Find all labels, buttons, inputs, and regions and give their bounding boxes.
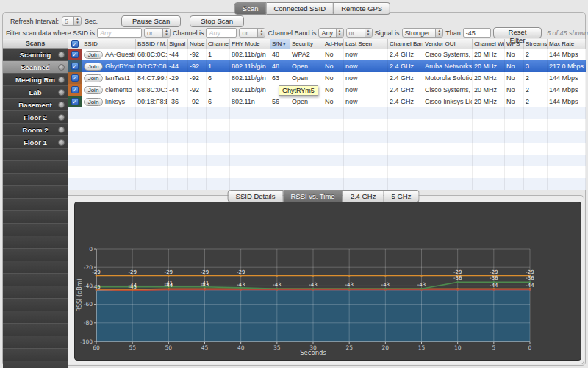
ssid-operator-select[interactable]: or▲▼ (144, 28, 171, 38)
svg-text:-43: -43 (381, 282, 390, 288)
operator-value: or (240, 29, 250, 37)
table-row-linksys[interactable]: ✓Joinlinksys00:18:F8:E...-36-926802.11n5… (68, 96, 586, 107)
column-header-channel[interactable]: Channel (207, 39, 230, 49)
sidebar-item-scanning[interactable]: Scanning (3, 49, 68, 61)
column-header-phy[interactable]: PHY Mode (230, 39, 270, 49)
sidebar-item-basement[interactable]: Basement (3, 99, 68, 111)
status-dot-icon[interactable] (58, 52, 65, 58)
column-header-ssid[interactable]: SSID (82, 39, 136, 49)
reset-filter-button[interactable]: Reset Filter (493, 27, 542, 38)
column-header-max_rate[interactable]: Max Rate (548, 39, 586, 49)
table-empty-row (68, 131, 586, 143)
cell-sel: ✓ (68, 96, 82, 107)
row-checkbox[interactable]: ✓ (71, 63, 79, 70)
ssid-label: linksys (105, 98, 125, 105)
sidebar-item-floor-1[interactable]: Floor 1 (3, 136, 68, 149)
stop-scan-button[interactable]: Stop Scan (190, 15, 244, 27)
table-row-clemento[interactable]: ✓Joinclemento68:8C:0C:0...-44-921802.11b… (68, 84, 586, 96)
join-button[interactable]: Join (84, 51, 103, 59)
sidebar-empty-row (3, 236, 68, 249)
cell-max_rate: 144 Mbps (548, 49, 586, 60)
sidebar-item-scanned[interactable]: Scanned (3, 61, 68, 74)
column-header-noise[interactable]: Noise (188, 39, 207, 49)
sidebar-item-floor-2[interactable]: Floor 2 (3, 111, 68, 124)
ssid-filter-input[interactable]: Any (97, 28, 142, 38)
column-header-band[interactable]: Channel Band (388, 39, 423, 49)
column-header-bssid[interactable]: BSSID / M... (136, 39, 168, 49)
join-button[interactable]: Join (84, 74, 103, 82)
tab-remote-gps[interactable]: Remote GPS (334, 2, 390, 15)
column-header-security[interactable]: Security (290, 39, 323, 49)
column-header-label: SSID (84, 40, 98, 47)
row-checkbox[interactable]: ✓ (71, 74, 79, 82)
cell-band: 2.4 GHz (388, 96, 423, 107)
cell-bssid: 68:8C:0C:0... (136, 49, 168, 60)
cell-last_seen: now (344, 49, 388, 60)
status-dot-icon[interactable] (58, 64, 65, 71)
cell-signal: -44 (168, 49, 188, 60)
tab-scan[interactable]: Scan (234, 2, 267, 15)
tab-rssi-vs-time[interactable]: RSSI vs. Time (283, 190, 343, 202)
cell-phy: 802.11b/g/n (230, 60, 270, 72)
stepper-icon: ▲▼ (257, 29, 265, 37)
cell-channel: 1 (207, 60, 230, 72)
sidebar-empty-row (3, 161, 68, 174)
column-header-label: Max Rate (549, 40, 574, 47)
signal-filter-select[interactable]: Stronger▲▼ (402, 28, 444, 38)
column-separator (523, 107, 524, 190)
signal-threshold-input[interactable]: -45 (463, 28, 491, 38)
tab-connected-ssid[interactable]: Connected SSID (266, 2, 334, 15)
status-dot-icon[interactable] (58, 127, 65, 133)
table-empty-row (68, 107, 586, 119)
column-header-label: Noise (190, 40, 204, 47)
column-header-vendor[interactable]: Vendor OUI (423, 39, 473, 49)
refresh-interval-select[interactable]: 5 ▲▼ (62, 16, 82, 26)
row-checkbox[interactable]: ✓ (71, 86, 79, 93)
header-checkbox[interactable]: ✓ (71, 40, 79, 48)
stepper-icon: ▲▼ (435, 29, 442, 37)
channel-operator-select[interactable]: or▲▼ (239, 28, 265, 38)
join-button[interactable]: Join (84, 98, 103, 106)
svg-text:RSSI (dBm): RSSI (dBm) (76, 278, 83, 311)
status-dot-icon[interactable] (58, 102, 65, 108)
column-header-width[interactable]: Channel Width (473, 39, 505, 49)
band-value: Any (319, 29, 335, 37)
band-filter-select[interactable]: Any▲▼ (318, 28, 343, 38)
sidebar-item-label: Floor 1 (24, 138, 47, 146)
svg-text:-29: -29 (490, 269, 498, 275)
sidebar-item-room-2[interactable]: Room 2 (3, 124, 68, 136)
table-row-ghytrym5[interactable]: ✓JoinGhytRYm5D8:C7:C8:8...-44-921802.11b… (68, 60, 586, 72)
column-header-last_seen[interactable]: Last Seen (344, 39, 388, 49)
tab-5-ghz[interactable]: 5 GHz (384, 190, 419, 202)
column-header-sn[interactable]: S/N▾ (270, 39, 290, 49)
ssid-tooltip: GhytRYm5 (279, 85, 318, 96)
status-dot-icon[interactable] (58, 114, 65, 121)
scans-sidebar: Scans ScanningScannedMeeting RmLabBaseme… (3, 39, 68, 364)
status-dot-icon[interactable] (58, 139, 65, 146)
column-header-sel[interactable]: ✓ (68, 39, 82, 49)
row-checkbox[interactable]: ✓ (71, 98, 79, 105)
join-button[interactable]: Join (84, 86, 103, 94)
column-header-label: Security (292, 40, 313, 47)
column-header-signal[interactable]: Signal (168, 39, 188, 49)
sidebar-item-lab[interactable]: Lab (3, 86, 68, 99)
join-button[interactable]: Join (84, 63, 103, 71)
tab-ssid-details[interactable]: SSID Details (228, 190, 284, 202)
row-checkbox[interactable]: ✓ (71, 51, 79, 58)
channel-filter-input[interactable]: Any (206, 28, 237, 38)
table-row-aa-guest01[interactable]: ✓JoinAA-Guest0168:8C:0C:0...-44-921802.1… (68, 49, 586, 60)
table-row-iantest1[interactable]: ✓JoinIanTest184:C7:99:5...-29-926802.11b… (68, 72, 586, 84)
tab-2-4-ghz[interactable]: 2.4 GHz (343, 190, 384, 202)
column-header-adhoc[interactable]: Ad-Hoc (323, 39, 344, 49)
column-separator (472, 107, 473, 190)
cell-sel: ✓ (68, 60, 82, 72)
status-dot-icon[interactable] (58, 89, 65, 96)
detail-tab-bar: SSID DetailsRSSI vs. Time2.4 GHz5 GHz (228, 190, 420, 202)
sidebar-item-meeting-rm[interactable]: Meeting Rm (3, 74, 68, 86)
pause-scan-button[interactable]: Pause Scan (121, 15, 181, 27)
svg-text:-41: -41 (165, 280, 173, 286)
sidebar-empty-row (3, 361, 68, 368)
band-operator-select[interactable]: or▲▼ (346, 28, 373, 38)
status-dot-icon[interactable] (58, 77, 65, 83)
column-header-streams[interactable]: Streams (524, 39, 548, 49)
